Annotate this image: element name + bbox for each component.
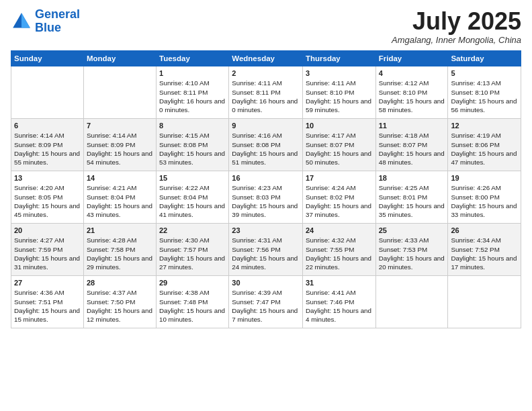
header-row: Sunday Monday Tuesday Wednesday Thursday… <box>11 50 521 66</box>
day-number: 31 <box>306 278 373 288</box>
day-cell: 6Sunrise: 4:14 AM Sunset: 8:09 PM Daylig… <box>11 118 84 171</box>
day-number: 8 <box>159 121 226 131</box>
day-info: Sunrise: 4:13 AM Sunset: 8:10 PM Dayligh… <box>451 79 518 114</box>
day-number: 15 <box>159 173 226 183</box>
header: General Blue July 2025 Amgalang, Inner M… <box>11 8 521 45</box>
day-number: 6 <box>14 121 81 131</box>
day-info: Sunrise: 4:31 AM Sunset: 7:56 PM Dayligh… <box>232 236 300 271</box>
day-number: 12 <box>451 121 518 131</box>
day-info: Sunrise: 4:32 AM Sunset: 7:55 PM Dayligh… <box>306 236 373 271</box>
day-cell: 14Sunrise: 4:21 AM Sunset: 8:04 PM Dayli… <box>83 171 156 223</box>
day-cell: 13Sunrise: 4:20 AM Sunset: 8:05 PM Dayli… <box>11 171 84 223</box>
day-info: Sunrise: 4:11 AM Sunset: 8:11 PM Dayligh… <box>232 79 300 114</box>
day-info: Sunrise: 4:22 AM Sunset: 8:04 PM Dayligh… <box>159 183 226 219</box>
logo-line2: Blue <box>35 21 61 34</box>
day-info: Sunrise: 4:19 AM Sunset: 8:06 PM Dayligh… <box>451 131 518 167</box>
day-info: Sunrise: 4:34 AM Sunset: 7:52 PM Dayligh… <box>451 236 518 271</box>
day-info: Sunrise: 4:20 AM Sunset: 8:05 PM Dayligh… <box>14 183 81 219</box>
day-number: 11 <box>379 121 445 131</box>
day-number: 5 <box>451 68 518 79</box>
day-number: 24 <box>306 226 373 236</box>
day-number: 10 <box>306 121 373 131</box>
day-number: 18 <box>379 173 445 183</box>
col-wednesday: Wednesday <box>229 50 303 66</box>
day-info: Sunrise: 4:33 AM Sunset: 7:53 PM Dayligh… <box>379 236 445 271</box>
week-row-1: 6Sunrise: 4:14 AM Sunset: 8:09 PM Daylig… <box>11 118 521 171</box>
day-number: 7 <box>87 121 153 131</box>
day-info: Sunrise: 4:27 AM Sunset: 7:59 PM Dayligh… <box>14 236 81 271</box>
day-cell: 1Sunrise: 4:10 AM Sunset: 8:11 PM Daylig… <box>157 66 229 118</box>
day-cell: 24Sunrise: 4:32 AM Sunset: 7:55 PM Dayli… <box>302 223 375 275</box>
day-number: 21 <box>87 226 153 236</box>
day-number: 25 <box>379 226 445 236</box>
col-saturday: Saturday <box>448 50 521 66</box>
svg-marker-1 <box>21 13 30 28</box>
day-cell <box>83 66 156 118</box>
title-block: July 2025 Amgalang, Inner Mongolia, Chin… <box>392 8 521 45</box>
day-cell: 29Sunrise: 4:38 AM Sunset: 7:48 PM Dayli… <box>157 275 229 328</box>
logo: General Blue <box>11 8 80 35</box>
month-title: July 2025 <box>392 8 521 35</box>
day-cell: 3Sunrise: 4:11 AM Sunset: 8:10 PM Daylig… <box>302 66 375 118</box>
day-number: 27 <box>14 278 81 288</box>
day-info: Sunrise: 4:41 AM Sunset: 7:46 PM Dayligh… <box>306 288 373 324</box>
week-row-2: 13Sunrise: 4:20 AM Sunset: 8:05 PM Dayli… <box>11 171 521 223</box>
day-cell: 20Sunrise: 4:27 AM Sunset: 7:59 PM Dayli… <box>11 223 84 275</box>
day-cell: 16Sunrise: 4:23 AM Sunset: 8:03 PM Dayli… <box>229 171 303 223</box>
day-number: 14 <box>87 173 153 183</box>
day-cell: 17Sunrise: 4:24 AM Sunset: 8:02 PM Dayli… <box>302 171 375 223</box>
day-number: 20 <box>14 226 81 236</box>
day-cell: 8Sunrise: 4:15 AM Sunset: 8:08 PM Daylig… <box>157 118 229 171</box>
day-number: 22 <box>159 226 226 236</box>
day-number: 13 <box>14 173 81 183</box>
day-number: 17 <box>306 173 373 183</box>
day-info: Sunrise: 4:36 AM Sunset: 7:51 PM Dayligh… <box>14 288 81 324</box>
day-number: 2 <box>232 68 300 79</box>
day-info: Sunrise: 4:28 AM Sunset: 7:58 PM Dayligh… <box>87 236 153 271</box>
day-cell: 4Sunrise: 4:12 AM Sunset: 8:10 PM Daylig… <box>375 66 448 118</box>
col-friday: Friday <box>375 50 448 66</box>
day-info: Sunrise: 4:24 AM Sunset: 8:02 PM Dayligh… <box>306 183 373 219</box>
day-cell: 31Sunrise: 4:41 AM Sunset: 7:46 PM Dayli… <box>302 275 375 328</box>
calendar: Sunday Monday Tuesday Wednesday Thursday… <box>11 50 521 328</box>
day-number: 30 <box>232 278 300 288</box>
logo-line1: General <box>35 7 80 21</box>
day-info: Sunrise: 4:23 AM Sunset: 8:03 PM Dayligh… <box>232 183 300 219</box>
day-cell: 27Sunrise: 4:36 AM Sunset: 7:51 PM Dayli… <box>11 275 84 328</box>
day-info: Sunrise: 4:37 AM Sunset: 7:50 PM Dayligh… <box>87 288 153 324</box>
day-cell <box>375 275 448 328</box>
day-info: Sunrise: 4:15 AM Sunset: 8:08 PM Dayligh… <box>159 131 226 167</box>
calendar-header: Sunday Monday Tuesday Wednesday Thursday… <box>11 50 521 66</box>
day-cell: 11Sunrise: 4:18 AM Sunset: 8:07 PM Dayli… <box>375 118 448 171</box>
day-cell: 18Sunrise: 4:25 AM Sunset: 8:01 PM Dayli… <box>375 171 448 223</box>
day-cell: 12Sunrise: 4:19 AM Sunset: 8:06 PM Dayli… <box>448 118 521 171</box>
week-row-0: 1Sunrise: 4:10 AM Sunset: 8:11 PM Daylig… <box>11 66 521 118</box>
day-cell: 10Sunrise: 4:17 AM Sunset: 8:07 PM Dayli… <box>302 118 375 171</box>
day-number: 16 <box>232 173 300 183</box>
day-info: Sunrise: 4:18 AM Sunset: 8:07 PM Dayligh… <box>379 131 445 167</box>
day-cell: 22Sunrise: 4:30 AM Sunset: 7:57 PM Dayli… <box>157 223 229 275</box>
day-info: Sunrise: 4:17 AM Sunset: 8:07 PM Dayligh… <box>306 131 373 167</box>
day-cell: 19Sunrise: 4:26 AM Sunset: 8:00 PM Dayli… <box>448 171 521 223</box>
day-number: 26 <box>451 226 518 236</box>
location: Amgalang, Inner Mongolia, China <box>392 35 521 45</box>
day-cell: 25Sunrise: 4:33 AM Sunset: 7:53 PM Dayli… <box>375 223 448 275</box>
day-cell: 7Sunrise: 4:14 AM Sunset: 8:09 PM Daylig… <box>83 118 156 171</box>
day-info: Sunrise: 4:38 AM Sunset: 7:48 PM Dayligh… <box>159 288 226 324</box>
day-cell: 9Sunrise: 4:16 AM Sunset: 8:08 PM Daylig… <box>229 118 303 171</box>
day-number: 3 <box>306 68 373 79</box>
day-cell: 2Sunrise: 4:11 AM Sunset: 8:11 PM Daylig… <box>229 66 303 118</box>
day-info: Sunrise: 4:25 AM Sunset: 8:01 PM Dayligh… <box>379 183 445 219</box>
day-number: 23 <box>232 226 300 236</box>
day-cell: 26Sunrise: 4:34 AM Sunset: 7:52 PM Dayli… <box>448 223 521 275</box>
week-row-4: 27Sunrise: 4:36 AM Sunset: 7:51 PM Dayli… <box>11 275 521 328</box>
day-info: Sunrise: 4:10 AM Sunset: 8:11 PM Dayligh… <box>159 79 226 114</box>
col-monday: Monday <box>83 50 156 66</box>
day-info: Sunrise: 4:16 AM Sunset: 8:08 PM Dayligh… <box>232 131 300 167</box>
day-info: Sunrise: 4:21 AM Sunset: 8:04 PM Dayligh… <box>87 183 153 219</box>
day-info: Sunrise: 4:12 AM Sunset: 8:10 PM Dayligh… <box>379 79 445 114</box>
page: General Blue July 2025 Amgalang, Inner M… <box>0 0 532 411</box>
day-cell: 30Sunrise: 4:39 AM Sunset: 7:47 PM Dayli… <box>229 275 303 328</box>
day-cell: 15Sunrise: 4:22 AM Sunset: 8:04 PM Dayli… <box>157 171 229 223</box>
day-number: 29 <box>159 278 226 288</box>
